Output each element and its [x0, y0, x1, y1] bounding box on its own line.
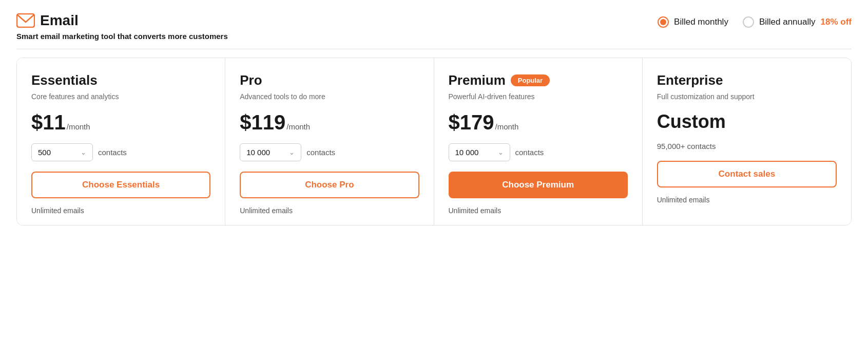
- plan-name-enterprise: Enterprise: [657, 72, 723, 88]
- plan-desc-enterprise: Full customization and support: [657, 92, 837, 103]
- price-row-pro: $119 /month: [240, 111, 419, 134]
- logo-row: Email: [16, 12, 228, 29]
- price-amount-premium: $179: [449, 111, 494, 134]
- email-icon: [16, 13, 35, 28]
- plan-footer-pro: Unlimited emails: [240, 206, 419, 215]
- price-amount-essentials: $11: [31, 111, 66, 134]
- svg-rect-0: [17, 14, 34, 27]
- page-subtitle: Smart email marketing tool that converts…: [16, 32, 228, 41]
- plan-name-row-enterprise: Enterprise: [657, 72, 837, 88]
- chevron-down-icon-essentials: ⌄: [81, 148, 86, 156]
- billing-monthly-label: Billed monthly: [674, 17, 728, 27]
- price-row-essentials: $11 /month: [31, 111, 210, 134]
- contacts-label-essentials: contacts: [98, 148, 127, 157]
- plan-name-row-pro: Pro: [240, 72, 419, 88]
- plan-name-pro: Pro: [240, 72, 262, 88]
- plan-desc-pro: Advanced tools to do more: [240, 92, 419, 103]
- contacts-value-pro: 10 000: [246, 148, 285, 157]
- contacts-row-essentials: 500 ⌄ contacts: [31, 143, 210, 161]
- billing-toggle: Billed monthly Billed annually 18% off: [658, 12, 852, 28]
- contacts-value-premium: 10 000: [455, 148, 494, 157]
- header-left: Email Smart email marketing tool that co…: [16, 12, 228, 41]
- billing-monthly-radio-inner: [660, 19, 666, 25]
- price-period-pro: /month: [286, 122, 310, 131]
- plan-footer-enterprise: Unlimited emails: [657, 196, 837, 204]
- choose-essentials-button[interactable]: Choose Essentials: [31, 172, 210, 198]
- billing-annually-radio[interactable]: [743, 16, 754, 28]
- contacts-value-essentials: 500: [38, 148, 76, 157]
- plan-footer-essentials: Unlimited emails: [31, 206, 210, 215]
- billing-annually-option[interactable]: Billed annually 18% off: [743, 16, 852, 28]
- choose-pro-button[interactable]: Choose Pro: [240, 172, 419, 198]
- plan-name-essentials: Essentials: [31, 72, 98, 88]
- plan-name-row-essentials: Essentials: [31, 72, 210, 88]
- price-row-premium: $179 /month: [449, 111, 628, 134]
- contacts-row-pro: 10 000 ⌄ contacts: [240, 143, 419, 161]
- billing-monthly-option[interactable]: Billed monthly: [658, 16, 728, 28]
- price-custom-enterprise: Custom: [657, 111, 726, 133]
- header-divider: [16, 49, 852, 49]
- contacts-row-enterprise: 95,000+ contacts: [657, 142, 837, 151]
- plan-desc-essentials: Core features and analytics: [31, 92, 210, 103]
- price-period-essentials: /month: [67, 122, 90, 131]
- popular-badge-premium: Popular: [511, 74, 550, 86]
- billing-annually-label: Billed annually: [759, 17, 816, 27]
- billing-monthly-radio[interactable]: [658, 16, 669, 28]
- plan-card-enterprise: Enterprise Full customization and suppor…: [643, 58, 851, 225]
- page-title: Email: [40, 12, 79, 29]
- price-period-premium: /month: [495, 122, 518, 131]
- price-amount-pro: $119: [240, 111, 285, 134]
- contact-sales-button[interactable]: Contact sales: [657, 161, 837, 187]
- plan-desc-premium: Powerful AI-driven features: [449, 92, 628, 103]
- contacts-row-premium: 10 000 ⌄ contacts: [449, 143, 628, 161]
- page-header: Email Smart email marketing tool that co…: [16, 12, 852, 41]
- chevron-down-icon-pro: ⌄: [289, 148, 295, 156]
- plan-name-row-premium: Premium Popular: [449, 72, 628, 88]
- plans-grid: Essentials Core features and analytics $…: [16, 58, 852, 226]
- plan-card-premium: Premium Popular Powerful AI-driven featu…: [434, 58, 643, 225]
- plan-card-essentials: Essentials Core features and analytics $…: [17, 58, 225, 225]
- contacts-label-premium: contacts: [515, 148, 544, 157]
- chevron-down-icon-premium: ⌄: [498, 148, 504, 156]
- contacts-static-enterprise: 95,000+ contacts: [657, 142, 716, 151]
- contacts-select-essentials[interactable]: 500 ⌄: [31, 143, 93, 161]
- price-row-enterprise: Custom: [657, 111, 837, 133]
- billing-annually-discount: 18% off: [821, 17, 852, 27]
- choose-premium-button[interactable]: Choose Premium: [449, 172, 628, 198]
- contacts-label-pro: contacts: [306, 148, 335, 157]
- contacts-select-pro[interactable]: 10 000 ⌄: [240, 143, 301, 161]
- contacts-select-premium[interactable]: 10 000 ⌄: [449, 143, 510, 161]
- plan-name-premium: Premium: [449, 72, 506, 88]
- plan-footer-premium: Unlimited emails: [449, 206, 628, 215]
- plan-card-pro: Pro Advanced tools to do more $119 /mont…: [225, 58, 434, 225]
